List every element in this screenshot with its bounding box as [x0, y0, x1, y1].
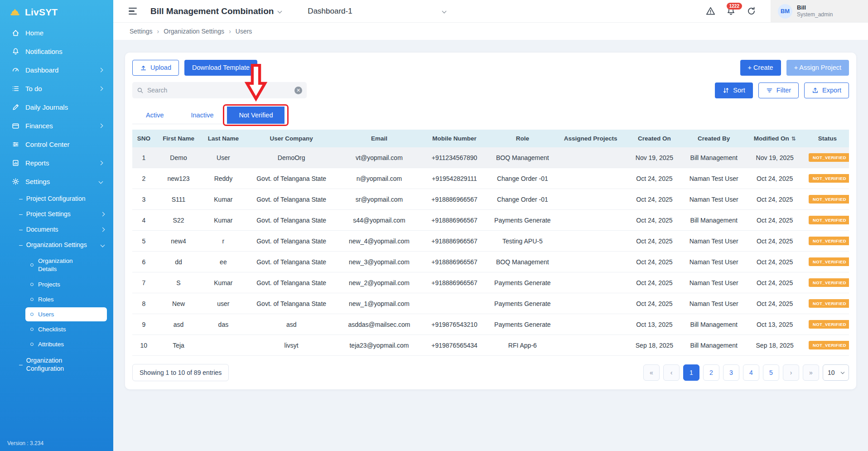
entries-summary: Showing 1 to 10 of 89 entries [132, 364, 229, 381]
table-cell: +911234567890 [420, 147, 488, 168]
top-header: Bill Management Combination Dashboard-1 … [113, 0, 868, 23]
sidebar-item-daily-journals[interactable]: Daily Journals [0, 98, 113, 116]
breadcrumb-settings[interactable]: Settings [130, 28, 153, 35]
sliders-icon [12, 141, 19, 148]
table-cell: Oct 24, 2025 [743, 210, 806, 231]
sidebar-item-checklists[interactable]: Checklists [25, 322, 107, 336]
gear-icon [12, 178, 19, 185]
column-header-status[interactable]: Status [806, 130, 849, 147]
sidebar-item-finances[interactable]: Finances [0, 116, 113, 135]
sidebar-item-reports[interactable]: Reports [0, 154, 113, 172]
filter-button[interactable]: Filter [758, 82, 799, 98]
status-badge: NOT_VERIFIED [809, 195, 849, 204]
pagination-first-button[interactable]: « [643, 364, 660, 381]
page-size-select[interactable]: 10 [823, 364, 849, 381]
status-badge: NOT_VERIFIED [809, 341, 849, 349]
column-header-sno[interactable]: SNO [132, 130, 155, 147]
column-header-first-name[interactable]: First Name [155, 130, 202, 147]
workspace-selector[interactable]: Bill Management Combination [150, 6, 281, 16]
table-row[interactable]: 1DemoUserDemoOrgvt@yopmail.com+911234567… [132, 147, 849, 168]
pagination-last-button[interactable]: » [803, 364, 819, 381]
pagination-next-button[interactable]: › [783, 364, 799, 381]
table-cell: Oct 24, 2025 [625, 293, 684, 314]
column-header-last-name[interactable]: Last Name [202, 130, 245, 147]
column-header-mobile-number[interactable]: Mobile Number [420, 130, 488, 147]
table-row[interactable]: 9asddasasdasddas@mailsec.com+91987654321… [132, 314, 849, 335]
pagination-page-3[interactable]: 3 [723, 364, 739, 381]
dashboard-selector[interactable]: Dashboard-1 [308, 7, 446, 16]
column-header-created-by[interactable]: Created By [684, 130, 743, 147]
column-header-created-on[interactable]: Created On [625, 130, 684, 147]
sort-icon[interactable]: ⇅ [791, 136, 796, 142]
table-cell [556, 189, 624, 210]
sidebar-item-notifications[interactable]: Notifications [0, 42, 113, 61]
table-cell: 3 [132, 189, 155, 210]
table-cell: +919876565434 [420, 335, 488, 356]
assign-project-button[interactable]: + Assign Project [786, 60, 849, 76]
table-cell: 2 [132, 168, 155, 189]
sidebar-item-dashboard[interactable]: Dashboard [0, 61, 113, 79]
column-header-email[interactable]: Email [338, 130, 420, 147]
table-cell: +919542829111 [420, 168, 488, 189]
sidebar-item-control-center[interactable]: Control Center [0, 135, 113, 154]
column-header-assigned-projects[interactable]: Assigned Projects [556, 130, 624, 147]
pagination-page-5[interactable]: 5 [763, 364, 779, 381]
sidebar-item-roles[interactable]: Roles [25, 292, 107, 306]
pagination-page-2[interactable]: 2 [703, 364, 719, 381]
table-cell: +918886966567 [420, 189, 488, 210]
sidebar-item-organization-details[interactable]: Organization Details [25, 253, 107, 276]
table-cell: Govt. of Telangana State [245, 293, 338, 314]
notifications-bell-icon[interactable]: 1222 [726, 6, 736, 16]
column-header-modified-on[interactable]: Modified On⇅ [743, 130, 806, 147]
column-header-role[interactable]: Role [488, 130, 556, 147]
table-row[interactable]: 3S111KumarGovt. of Telangana Statesr@yop… [132, 189, 849, 210]
sidebar-item-organization-configuration[interactable]: Organization Configuration [0, 352, 113, 377]
sidebar-item-documents[interactable]: Documents [0, 222, 113, 237]
table-cell: ee [202, 252, 245, 272]
sidebar-item-attributes[interactable]: Attributes [25, 337, 107, 351]
breadcrumb-organization-settings[interactable]: Organization Settings [164, 28, 224, 35]
upload-button[interactable]: Upload [132, 60, 179, 76]
warning-icon[interactable] [706, 6, 715, 16]
table-cell: Naman Test User [684, 189, 743, 210]
table-row[interactable]: 8NewuserGovt. of Telangana Statenew_1@yo… [132, 293, 849, 314]
table-row[interactable]: 7SKumarGovt. of Telangana Statenew_2@yop… [132, 272, 849, 293]
table-row[interactable]: 4S22KumarGovt. of Telangana States44@yop… [132, 210, 849, 231]
table-row[interactable]: 10Tejalivsytteja23@yopmail.com+919876565… [132, 335, 849, 356]
tab-not-verified[interactable]: Not Verified [227, 107, 285, 124]
pagination-prev-button[interactable]: ‹ [663, 364, 680, 381]
pagination-page-4[interactable]: 4 [743, 364, 759, 381]
table-cell: Bill Management [684, 314, 743, 335]
create-button[interactable]: + Create [740, 60, 781, 76]
export-button[interactable]: Export [804, 82, 849, 98]
table-cell: S [155, 272, 202, 293]
refresh-icon[interactable] [747, 6, 756, 16]
breadcrumb-users: Users [236, 28, 252, 35]
table-cell: S22 [155, 210, 202, 231]
tab-active[interactable]: Active [132, 107, 178, 124]
clear-search-icon[interactable]: ✕ [294, 87, 302, 94]
table-row[interactable]: 2new123ReddyGovt. of Telangana Staten@yo… [132, 168, 849, 189]
sidebar-item-home[interactable]: Home [0, 24, 113, 42]
sort-button[interactable]: Sort [715, 82, 753, 98]
bell-icon [12, 48, 19, 55]
sidebar-item-organization-settings[interactable]: Organization Settings [0, 237, 113, 252]
tab-inactive[interactable]: Inactive [178, 107, 227, 124]
sidebar-item-project-settings[interactable]: Project Settings [0, 206, 113, 222]
table-cell: new_4@yopmail.com [338, 231, 420, 252]
sidebar-item-projects[interactable]: Projects [25, 277, 107, 291]
sidebar-item-settings[interactable]: Settings [0, 172, 113, 191]
sidebar-item-todo[interactable]: To do [0, 79, 113, 98]
table-cell: BOQ Management [488, 252, 556, 272]
search-input[interactable] [147, 87, 291, 94]
sidebar-item-project-configuration[interactable]: Project Configuration [0, 191, 113, 206]
chevron-right-icon [99, 68, 103, 73]
column-header-user-company[interactable]: User Company [245, 130, 338, 147]
table-row[interactable]: 6ddeeGovt. of Telangana Statenew_3@yopma… [132, 252, 849, 272]
pagination-page-1[interactable]: 1 [683, 364, 699, 381]
menu-toggle-button[interactable] [129, 8, 137, 15]
download-template-button[interactable]: Download Template [184, 60, 257, 76]
user-menu[interactable]: BM Bill System_admin [771, 0, 868, 22]
table-row[interactable]: 5new4rGovt. of Telangana Statenew_4@yopm… [132, 231, 849, 252]
sidebar-item-users[interactable]: Users [25, 307, 107, 321]
